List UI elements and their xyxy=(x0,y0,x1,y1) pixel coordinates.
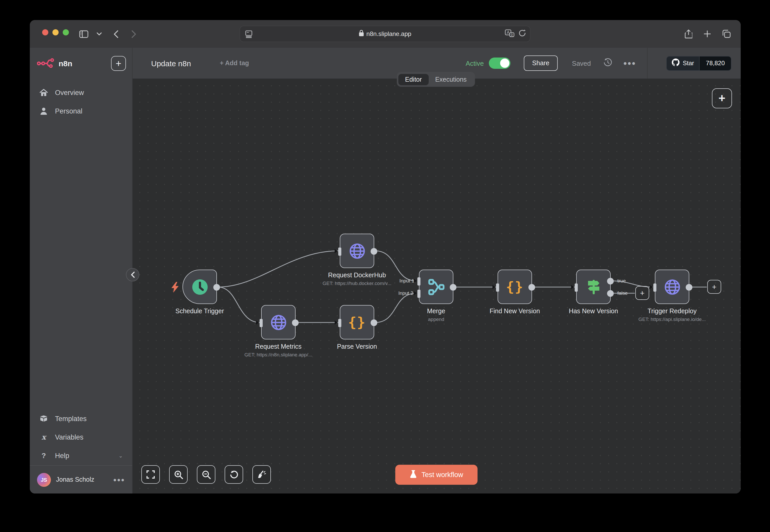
output-port[interactable] xyxy=(450,284,456,291)
sidebar-item-help[interactable]: ? Help ⌄ xyxy=(30,446,132,465)
saved-status: Saved xyxy=(572,59,591,67)
share-button[interactable]: Share xyxy=(524,55,558,71)
node-request-metrics[interactable]: Request Metrics GET: https://n8n.sliplan… xyxy=(261,305,296,339)
fit-view-button[interactable] xyxy=(141,465,160,484)
test-workflow-label: Test workflow xyxy=(421,471,463,479)
person-icon xyxy=(39,107,48,115)
node-schedule-trigger[interactable]: Schedule Trigger xyxy=(182,270,217,304)
node-subtitle: GET: https://n8n.sliplane.app/... xyxy=(222,352,335,357)
translate-icon[interactable]: A文 xyxy=(505,29,514,39)
output-port[interactable] xyxy=(213,284,220,291)
chevron-down-icon[interactable] xyxy=(91,26,107,42)
output-port-false[interactable] xyxy=(607,290,614,297)
workflow-canvas[interactable]: Schedule Trigger Request DockerHub GET: … xyxy=(133,79,741,493)
zoom-in-button[interactable] xyxy=(169,465,187,484)
add-node-after-redeploy-button[interactable]: + xyxy=(707,280,721,294)
sidebar-item-overview[interactable]: Overview xyxy=(30,83,132,102)
forward-button[interactable] xyxy=(126,26,141,42)
node-label: Parse Version xyxy=(301,343,414,350)
node-find-new-version[interactable]: {} Find New Version xyxy=(497,270,532,304)
add-workflow-button[interactable]: + xyxy=(111,56,126,71)
input-port-2[interactable] xyxy=(417,289,420,298)
divider xyxy=(648,48,648,79)
node-has-new-version[interactable]: Has New Version xyxy=(576,270,611,304)
output-port-true[interactable] xyxy=(607,278,614,284)
svg-text:文: 文 xyxy=(510,33,513,36)
input-port[interactable] xyxy=(575,283,578,291)
new-tab-icon[interactable] xyxy=(700,26,715,42)
traffic-lights xyxy=(42,29,69,35)
brand-name: n8n xyxy=(59,59,72,68)
output-port[interactable] xyxy=(371,319,377,326)
sidebar-item-variables[interactable]: x Variables xyxy=(30,428,132,446)
add-node-false-branch-button[interactable]: + xyxy=(635,286,649,300)
sidebar-item-personal[interactable]: Personal xyxy=(30,102,132,120)
history-icon[interactable] xyxy=(603,58,612,69)
sidebar-item-label: Overview xyxy=(55,89,84,96)
address-bar[interactable]: n8n.sliplane.app A文 xyxy=(240,26,530,42)
node-subtitle: append xyxy=(380,316,493,322)
tab-executions[interactable]: Executions xyxy=(428,74,473,85)
code-braces-icon: {} xyxy=(498,270,531,303)
output-port[interactable] xyxy=(686,284,692,291)
add-tag-button[interactable]: + Add tag xyxy=(220,60,249,67)
lightning-bolt-icon[interactable] xyxy=(171,282,179,295)
input-port[interactable] xyxy=(260,319,263,327)
collapse-sidebar-button[interactable] xyxy=(126,268,139,281)
zoom-out-button[interactable] xyxy=(197,465,216,484)
sidebar-item-label: Variables xyxy=(55,433,83,441)
output-port[interactable] xyxy=(292,319,299,326)
signpost-icon xyxy=(577,270,610,303)
user-options-icon[interactable]: ●●● xyxy=(113,477,125,483)
browser-window: n8n.sliplane.app A文 xyxy=(30,20,741,493)
n8n-logo-icon xyxy=(37,57,54,70)
variable-x-icon: x xyxy=(39,433,48,441)
reset-zoom-button[interactable] xyxy=(225,465,243,484)
avatar: JS xyxy=(37,473,51,487)
output-port[interactable] xyxy=(528,284,535,291)
input-port[interactable] xyxy=(338,319,341,327)
tab-overview-icon[interactable] xyxy=(719,26,734,42)
user-menu[interactable]: JS Jonas Scholz ●●● xyxy=(30,465,132,493)
more-options-icon[interactable]: ●●● xyxy=(623,60,636,67)
sidebar-item-templates[interactable]: Templates xyxy=(30,409,132,428)
share-page-icon[interactable] xyxy=(681,26,696,42)
add-node-button[interactable]: + xyxy=(712,88,732,108)
star-count: 78,820 xyxy=(699,56,731,70)
tab-editor[interactable]: Editor xyxy=(398,74,428,85)
close-window-button[interactable] xyxy=(42,29,48,35)
input-port[interactable] xyxy=(653,283,657,291)
test-workflow-button[interactable]: Test workflow xyxy=(395,465,477,485)
merge-icon xyxy=(419,270,453,303)
input-port[interactable] xyxy=(338,247,341,255)
false-branch-label: false xyxy=(617,290,628,296)
sidebar-toggle-icon[interactable] xyxy=(76,26,91,42)
minimize-window-button[interactable] xyxy=(52,29,59,35)
sidebar-item-label: Templates xyxy=(55,415,87,422)
active-toggle[interactable] xyxy=(489,58,511,69)
clock-icon xyxy=(183,270,217,303)
output-port[interactable] xyxy=(371,248,377,255)
merge-input1-label: Input 1 xyxy=(395,278,414,283)
code-braces-icon: {} xyxy=(340,306,374,339)
input-port-1[interactable] xyxy=(417,277,420,285)
sidebar-item-label: Help xyxy=(55,452,69,459)
zoom-window-button[interactable] xyxy=(63,29,69,35)
browser-toolbar: n8n.sliplane.app A文 xyxy=(30,20,741,48)
node-request-dockerhub[interactable]: Request DockerHub GET: https://hub.docke… xyxy=(340,234,374,268)
node-merge[interactable]: Merge append xyxy=(419,270,453,304)
user-name: Jonas Scholz xyxy=(56,476,94,483)
github-icon xyxy=(672,59,680,68)
sidebar-item-label: Personal xyxy=(55,107,82,115)
workflow-title[interactable]: Update n8n xyxy=(151,59,191,68)
github-star-widget[interactable]: Star 78,820 xyxy=(667,56,731,71)
back-button[interactable] xyxy=(108,26,123,42)
reload-icon[interactable] xyxy=(519,29,526,39)
tidy-up-button[interactable] xyxy=(252,465,271,484)
node-parse-version[interactable]: {} Parse Version xyxy=(340,305,374,339)
globe-icon xyxy=(262,306,295,339)
node-trigger-redeploy[interactable]: Trigger Redeploy GET: https://api.slipla… xyxy=(655,270,689,304)
input-port[interactable] xyxy=(496,283,499,291)
globe-icon xyxy=(340,234,374,268)
reader-view-icon[interactable] xyxy=(245,26,252,42)
